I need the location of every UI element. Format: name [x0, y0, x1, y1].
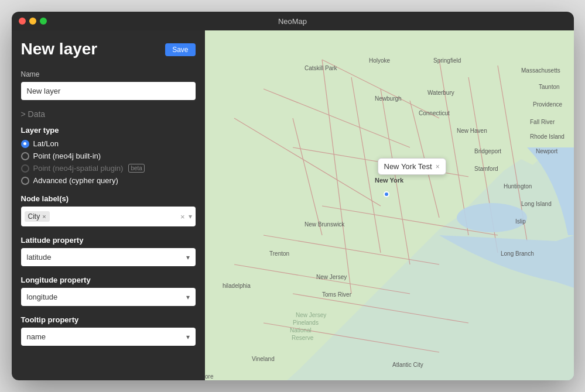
- data-section-header: > Data: [21, 109, 196, 119]
- svg-text:Springfield: Springfield: [433, 57, 461, 64]
- longitude-select-wrapper: longitude ▾: [21, 288, 196, 306]
- node-labels-input[interactable]: City × × ▾: [21, 207, 196, 226]
- radio-spatial-circle: [21, 164, 29, 173]
- latitude-select[interactable]: latitude: [21, 248, 196, 266]
- tooltip-label: Tooltip property: [21, 315, 196, 324]
- svg-text:Long Island: Long Island: [521, 201, 552, 207]
- radio-advanced[interactable]: Advanced (cypher query): [21, 176, 196, 185]
- svg-text:New Haven: New Haven: [457, 128, 487, 134]
- minimize-button[interactable]: [29, 18, 36, 25]
- city-tag-remove[interactable]: ×: [42, 213, 46, 220]
- save-button[interactable]: Save: [165, 43, 195, 56]
- main-content: New layer Save Name > Data Layer type La…: [12, 30, 574, 380]
- close-button[interactable]: [19, 18, 26, 25]
- svg-text:Bridgeport: Bridgeport: [474, 148, 501, 154]
- map-marker: [384, 191, 389, 197]
- sidebar: New layer Save Name > Data Layer type La…: [12, 30, 205, 380]
- svg-text:Long Branch: Long Branch: [501, 250, 534, 257]
- longitude-select[interactable]: longitude: [21, 288, 196, 306]
- svg-text:Providence: Providence: [533, 101, 562, 108]
- latitude-select-wrapper: latitude ▾: [21, 248, 196, 266]
- longitude-label: Longitude property: [21, 276, 196, 284]
- svg-text:Stamford: Stamford: [474, 166, 498, 172]
- radio-latlon-circle: [21, 140, 29, 148]
- radio-neo4j[interactable]: Point (neo4j built-in): [21, 152, 196, 160]
- sidebar-header: New layer Save: [21, 40, 196, 59]
- tooltip-text: New York Test: [384, 162, 432, 171]
- svg-text:Catskill Park: Catskill Park: [305, 65, 338, 71]
- tooltip-close-icon[interactable]: ×: [436, 163, 440, 171]
- map-area[interactable]: Holyoke Springfield Massachusetts Taunto…: [205, 30, 574, 380]
- city-tag-label: City: [28, 212, 40, 221]
- node-labels-label: Node label(s): [21, 194, 196, 203]
- map-tooltip: New York Test ×: [378, 158, 446, 175]
- svg-text:New Jersey: New Jersey: [296, 312, 326, 318]
- svg-text:Toms River: Toms River: [322, 291, 352, 298]
- titlebar: NeoMap: [12, 12, 574, 30]
- name-label: Name: [21, 70, 196, 78]
- svg-text:Pinelands: Pinelands: [293, 319, 319, 326]
- latitude-label: Latitude property: [21, 236, 196, 245]
- svg-text:New York: New York: [375, 177, 404, 184]
- svg-point-18: [457, 203, 527, 232]
- svg-text:Vineland: Vineland: [252, 356, 275, 362]
- svg-text:Islip: Islip: [515, 218, 526, 225]
- tag-dropdown-icon[interactable]: ▾: [189, 212, 192, 221]
- svg-text:hiladelphia: hiladelphia: [223, 283, 251, 289]
- layer-type-label: Layer type: [21, 126, 196, 135]
- radio-neo4j-circle: [21, 152, 29, 160]
- svg-text:Huntington: Huntington: [504, 183, 532, 190]
- tag-clear-icon[interactable]: ×: [180, 212, 185, 221]
- city-tag: City ×: [25, 211, 50, 222]
- svg-text:Rhode Island: Rhode Island: [530, 133, 565, 140]
- radio-neo4j-label: Point (neo4j built-in): [33, 152, 101, 160]
- traffic-lights: [19, 18, 47, 25]
- svg-text:Holyoke: Holyoke: [369, 57, 391, 64]
- maximize-button[interactable]: [40, 18, 47, 25]
- tooltip-select-wrapper: name ▾: [21, 328, 196, 346]
- svg-text:New Jersey: New Jersey: [316, 274, 347, 280]
- svg-text:National: National: [290, 327, 312, 333]
- svg-text:Connecticut: Connecticut: [419, 110, 450, 116]
- svg-text:Newburgh: Newburgh: [375, 95, 402, 102]
- svg-text:Waterbury: Waterbury: [427, 90, 454, 96]
- svg-text:Trenton: Trenton: [269, 250, 289, 257]
- layer-type-group: Lat/Lon Point (neo4j built-in) Point (ne…: [21, 139, 196, 185]
- app-window: NeoMap New layer Save Name > Data Layer …: [12, 12, 574, 380]
- radio-advanced-label: Advanced (cypher query): [33, 176, 118, 185]
- map-svg: Holyoke Springfield Massachusetts Taunto…: [205, 30, 574, 380]
- svg-text:Fall River: Fall River: [530, 119, 555, 125]
- svg-text:Massachusetts: Massachusetts: [521, 67, 560, 74]
- radio-spatial[interactable]: Point (neo4j-spatial plugin) beta: [21, 164, 196, 173]
- tooltip-select[interactable]: name: [21, 328, 196, 346]
- radio-latlon[interactable]: Lat/Lon: [21, 139, 196, 148]
- beta-badge: beta: [128, 164, 144, 173]
- svg-text:Reserve: Reserve: [292, 335, 314, 341]
- name-input[interactable]: [21, 82, 196, 100]
- radio-advanced-circle: [21, 177, 29, 185]
- window-title: NeoMap: [278, 17, 307, 26]
- svg-text:Atlantic City: Atlantic City: [392, 362, 423, 368]
- tag-controls: × ▾: [180, 212, 192, 221]
- svg-text:ore: ore: [205, 373, 214, 380]
- page-title: New layer: [21, 40, 98, 59]
- svg-text:Newport: Newport: [536, 148, 557, 154]
- svg-text:Taunton: Taunton: [539, 84, 560, 90]
- svg-text:New Brunswick: New Brunswick: [305, 221, 345, 228]
- radio-latlon-label: Lat/Lon: [33, 139, 59, 148]
- radio-spatial-label: Point (neo4j-spatial plugin): [33, 164, 124, 173]
